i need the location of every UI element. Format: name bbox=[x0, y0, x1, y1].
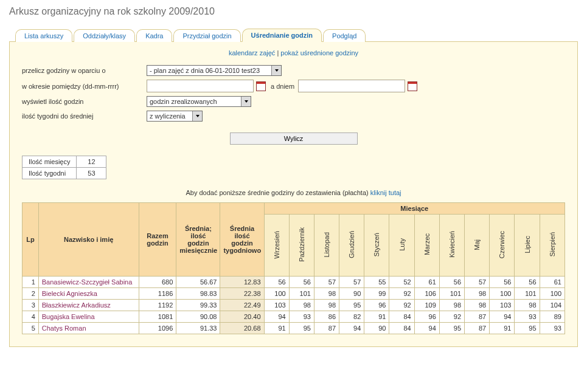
cell-month-value: 87 bbox=[465, 323, 490, 334]
calendar-icon[interactable] bbox=[408, 81, 417, 91]
cell-month-value: 55 bbox=[364, 277, 389, 288]
cell-lp: 1 bbox=[23, 277, 39, 288]
link-kalendarz-zajec[interactable]: kalendarz zajęć bbox=[229, 49, 275, 57]
cell-month-value: 95 bbox=[515, 323, 540, 334]
cell-avg-month: 90.08 bbox=[176, 311, 220, 323]
cell-avg-week: 12.83 bbox=[220, 277, 264, 288]
cell-lp: 2 bbox=[23, 288, 39, 300]
person-link[interactable]: Chatys Roman bbox=[42, 325, 86, 332]
summary-value: 53 bbox=[77, 168, 106, 179]
cell-month-value: 86 bbox=[314, 311, 339, 323]
select-plan-zajec[interactable]: - plan zajęć z dnia 06-01-2010 test23 bbox=[147, 65, 282, 76]
cell-lp: 4 bbox=[23, 311, 39, 323]
person-link[interactable]: Bielecki Agnieszka bbox=[42, 290, 97, 297]
data-table: Lp Nazwisko i imię Razem godzin Średnia;… bbox=[22, 202, 565, 334]
chevron-down-icon[interactable] bbox=[271, 66, 281, 75]
chevron-down-icon[interactable] bbox=[241, 97, 251, 106]
col-nazwisko: Nazwisko i imię bbox=[38, 203, 139, 277]
cell-lp: 3 bbox=[23, 300, 39, 311]
cell-month-value: 101 bbox=[515, 288, 540, 300]
cell-lp: 5 bbox=[23, 323, 39, 334]
tab-podglad[interactable]: Podgląd bbox=[323, 29, 366, 42]
col-month: Listopad bbox=[314, 215, 339, 277]
label-a-dniem: a dniem bbox=[271, 83, 294, 90]
cell-month-value: 82 bbox=[339, 311, 364, 323]
cell-month-value: 101 bbox=[439, 288, 464, 300]
cell-month-value: 92 bbox=[439, 311, 464, 323]
cell-month-value: 98 bbox=[289, 300, 314, 311]
table-row: 3Błaszkiewicz Arkadiusz119299.3322.49103… bbox=[23, 300, 565, 311]
cell-month-value: 100 bbox=[490, 288, 515, 300]
select-wyswietl-godzin-value: godzin zrealizowanych bbox=[147, 97, 241, 106]
col-month: Luty bbox=[389, 215, 414, 277]
cell-name: Chatys Roman bbox=[38, 323, 139, 334]
col-month: Wrzesień bbox=[264, 215, 289, 277]
cell-month-value: 109 bbox=[414, 300, 439, 311]
person-link[interactable]: Błaszkiewicz Arkadiusz bbox=[42, 301, 111, 309]
col-month: Październik bbox=[289, 215, 314, 277]
cell-month-value: 103 bbox=[490, 300, 515, 311]
cell-month-value: 94 bbox=[414, 323, 439, 334]
col-month: Lipiec bbox=[515, 215, 540, 277]
person-link[interactable]: Bugajska Ewelina bbox=[42, 313, 95, 320]
cell-month-value: 84 bbox=[389, 323, 414, 334]
cell-month-value: 61 bbox=[414, 277, 439, 288]
cell-avg-week: 22.38 bbox=[220, 288, 264, 300]
cell-month-value: 98 bbox=[465, 300, 490, 311]
table-row: Ilość tygodni 53 bbox=[23, 168, 106, 179]
tab-kadra[interactable]: Kadra bbox=[136, 29, 172, 42]
link-kliknij-tutaj[interactable]: kliknij tutaj bbox=[370, 189, 401, 196]
link-pokaz-usrednione-godziny[interactable]: pokaż uśrednione godziny bbox=[280, 49, 358, 57]
cell-month-value: 93 bbox=[289, 311, 314, 323]
content-panel: kalendarz zajęć | pokaż uśrednione godzi… bbox=[9, 42, 578, 347]
cell-sum: 680 bbox=[139, 277, 176, 288]
cell-month-value: 100 bbox=[264, 288, 289, 300]
tab-lista-arkuszy[interactable]: Lista arkuszy bbox=[15, 29, 72, 42]
cell-month-value: 98 bbox=[439, 300, 464, 311]
wylicz-button[interactable]: Wylicz bbox=[230, 132, 358, 145]
chevron-down-icon[interactable] bbox=[192, 111, 202, 121]
select-plan-zajec-value: - plan zajęć z dnia 06-01-2010 test23 bbox=[147, 66, 271, 75]
caption-text: Aby dodać poniższe średnie godziny do ze… bbox=[186, 189, 370, 196]
cell-month-value: 98 bbox=[314, 300, 339, 311]
summary-value: 12 bbox=[77, 156, 106, 168]
col-month: Marzec bbox=[414, 215, 439, 277]
cell-month-value: 90 bbox=[364, 323, 389, 334]
date-from-input[interactable] bbox=[147, 80, 254, 92]
cell-sum: 1096 bbox=[139, 323, 176, 334]
cell-sum: 1081 bbox=[139, 311, 176, 323]
tab-usrednianie-godzin[interactable]: Uśrednianie godzin bbox=[242, 29, 322, 42]
tab-przydzial-godzin[interactable]: Przydział godzin bbox=[173, 29, 240, 42]
col-month: Sierpień bbox=[540, 215, 564, 277]
cell-month-value: 57 bbox=[339, 277, 364, 288]
cell-name: Banasiewicz-Szczygieł Sabina bbox=[38, 277, 139, 288]
table-row: 5Chatys Roman109691.3320.689195879490849… bbox=[23, 323, 565, 334]
tab-oddzialy-klasy[interactable]: Oddziały/klasy bbox=[74, 29, 135, 42]
col-srednia-tygodniowo: Średnia ilość godzin tygodniowo bbox=[220, 203, 264, 277]
label-ilosc-tygodni: ilość tygodni do średniej bbox=[22, 112, 147, 120]
col-month: Styczeń bbox=[364, 215, 389, 277]
cell-month-value: 57 bbox=[314, 277, 339, 288]
cell-month-value: 93 bbox=[540, 323, 564, 334]
select-ilosc-tygodni[interactable]: z wyliczenia bbox=[147, 111, 203, 122]
calendar-icon[interactable] bbox=[256, 81, 266, 91]
select-wyswietl-godzin[interactable]: godzin zrealizowanych bbox=[147, 96, 251, 107]
person-link[interactable]: Banasiewicz-Szczygieł Sabina bbox=[42, 278, 133, 286]
cell-month-value: 87 bbox=[314, 323, 339, 334]
cell-month-value: 96 bbox=[414, 311, 439, 323]
cell-month-value: 56 bbox=[289, 277, 314, 288]
cell-month-value: 94 bbox=[264, 311, 289, 323]
table-row: Ilość miesięcy 12 bbox=[23, 156, 106, 168]
cell-avg-month: 99.33 bbox=[176, 300, 220, 311]
cell-month-value: 56 bbox=[264, 277, 289, 288]
col-razem-godzin: Razem godzin bbox=[139, 203, 176, 277]
summary-label: Ilość tygodni bbox=[23, 168, 77, 179]
cell-month-value: 93 bbox=[515, 311, 540, 323]
cell-month-value: 57 bbox=[465, 277, 490, 288]
cell-sum: 1186 bbox=[139, 288, 176, 300]
cell-month-value: 91 bbox=[490, 323, 515, 334]
cell-month-value: 92 bbox=[389, 300, 414, 311]
cell-month-value: 100 bbox=[540, 288, 564, 300]
date-to-input[interactable] bbox=[298, 80, 405, 92]
cell-avg-month: 91.33 bbox=[176, 323, 220, 334]
